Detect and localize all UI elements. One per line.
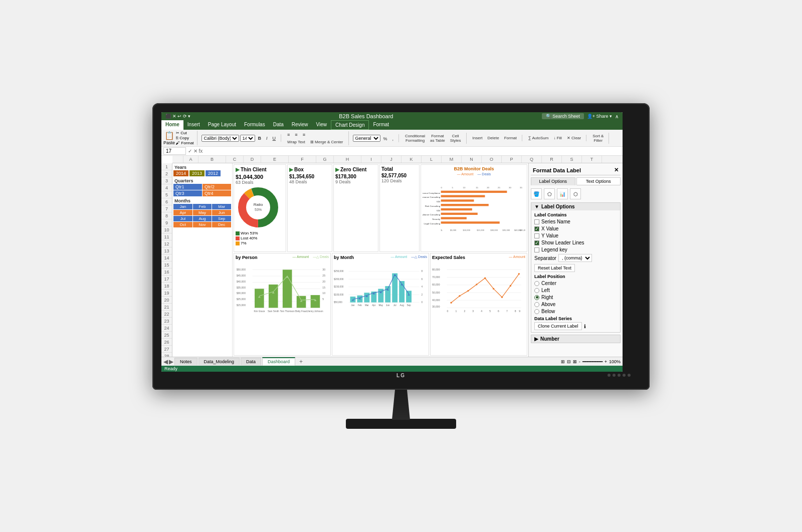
tab-format[interactable]: Format xyxy=(369,120,393,130)
position-below-radio[interactable] xyxy=(534,309,539,314)
year-2014[interactable]: 2014 xyxy=(173,170,188,176)
merge-center-btn[interactable]: ⊞ Merge & Center xyxy=(308,139,345,145)
x-value-checkbox[interactable]: ✓ xyxy=(534,226,539,231)
cell-styles-btn[interactable]: CellStyles xyxy=(448,133,463,144)
position-center-radio[interactable] xyxy=(534,281,539,286)
month-jan[interactable]: Jan xyxy=(173,204,192,209)
italic-btn[interactable]: I xyxy=(264,135,270,142)
month-mar[interactable]: Mar xyxy=(212,204,231,209)
conditional-format-btn[interactable]: ConditionalFormatting xyxy=(403,133,427,144)
month-sep[interactable]: Sep xyxy=(212,216,231,221)
autosum-btn[interactable]: ∑ AutoSum xyxy=(526,135,550,141)
insert-btn[interactable]: Insert xyxy=(471,135,485,141)
share-btn[interactable]: 👤+ Share ▾ xyxy=(587,114,612,119)
pentagon-icon[interactable]: ⬠ xyxy=(544,188,555,199)
copy-btn[interactable]: ⎘ Copy xyxy=(176,136,194,140)
qtr4[interactable]: Qtr4 xyxy=(203,190,231,196)
delete-btn[interactable]: Delete xyxy=(486,135,501,141)
position-above-radio[interactable] xyxy=(534,302,539,307)
qtr2[interactable]: Qtr/2 xyxy=(203,184,231,190)
align-left-btn[interactable]: ≡ xyxy=(285,131,292,138)
show-leader-checkbox[interactable]: ✓ xyxy=(534,240,539,245)
formula-input[interactable] xyxy=(205,148,621,154)
clear-btn[interactable]: ✕ Clear xyxy=(565,135,583,141)
sheet-tab-dashboard[interactable]: Dashboard xyxy=(262,357,295,366)
font-family-select[interactable]: Calibri (Body) xyxy=(202,135,239,142)
percent-btn[interactable]: % xyxy=(381,135,389,142)
number-format-select[interactable]: General xyxy=(353,135,380,142)
add-sheet-btn[interactable]: + xyxy=(296,358,306,366)
format-table-btn[interactable]: Formatas Table xyxy=(428,133,447,144)
monitor-btn-5[interactable] xyxy=(628,374,631,377)
next-sheet-btn[interactable]: ▶ xyxy=(169,358,173,365)
month-apr[interactable]: Apr xyxy=(173,210,192,215)
label-options-header[interactable]: ▼ Label Options xyxy=(531,203,620,210)
monitor-btn-2[interactable] xyxy=(613,374,616,377)
number-section-header[interactable]: ▶ Number xyxy=(531,335,620,343)
year-2013[interactable]: 2013 xyxy=(189,170,205,176)
sheet-tab-data-modeling[interactable]: Data_Modeling xyxy=(198,358,240,365)
month-aug[interactable]: Aug xyxy=(193,216,212,221)
tab-label-options[interactable]: Label Options xyxy=(531,177,575,185)
font-size-select[interactable]: 14 xyxy=(240,135,255,142)
view-preview-icon[interactable]: ⊠ xyxy=(573,359,577,364)
collapse-btn[interactable]: ∧ xyxy=(615,114,619,119)
name-box[interactable] xyxy=(163,147,186,155)
series-name-checkbox[interactable] xyxy=(534,219,539,224)
cut-btn[interactable]: ✂ Cut xyxy=(176,131,194,135)
col-header-select-all[interactable] xyxy=(172,156,183,163)
clone-button[interactable]: Clone Current Label xyxy=(534,322,582,330)
prev-sheet-btn[interactable]: ◀ xyxy=(163,358,168,365)
fill-btn[interactable]: ↓ Fill xyxy=(551,135,563,141)
sheet-tab-data[interactable]: Data xyxy=(241,358,261,365)
bar-chart-icon[interactable]: 📊 xyxy=(557,188,568,199)
tab-chart-design[interactable]: Chart Design xyxy=(331,120,369,130)
align-right-btn[interactable]: ≡ xyxy=(301,131,307,138)
month-nov[interactable]: Nov xyxy=(193,222,212,227)
position-left-radio[interactable] xyxy=(534,288,539,293)
format-btn[interactable]: Format xyxy=(502,135,519,141)
position-right-radio[interactable] xyxy=(534,295,539,300)
tab-text-options[interactable]: Text Options xyxy=(576,177,621,185)
y-value-checkbox[interactable] xyxy=(534,233,539,238)
tab-review[interactable]: Review xyxy=(288,120,312,130)
wrap-text-btn[interactable]: Wrap Text xyxy=(285,139,307,145)
format-painter-btn[interactable]: 🖌 Format xyxy=(176,141,194,145)
month-jun[interactable]: Jun xyxy=(212,210,231,215)
month-dec[interactable]: Dec xyxy=(212,222,231,227)
search-box[interactable]: 🔍 Search Sheet xyxy=(542,113,584,119)
zoom-slider[interactable]: ━━━━━━━━ xyxy=(582,359,603,364)
zoom-out-icon[interactable]: - xyxy=(579,359,580,364)
month-feb[interactable]: Feb xyxy=(193,204,212,209)
comma-btn[interactable]: , xyxy=(390,135,396,142)
legend-key-checkbox[interactable] xyxy=(534,247,539,252)
panel-close-icon[interactable]: ✕ xyxy=(614,167,619,173)
tab-view[interactable]: View xyxy=(312,120,331,130)
month-oct[interactable]: Oct xyxy=(173,222,192,227)
qtr1[interactable]: Qtr1 xyxy=(173,184,202,190)
size-icon[interactable]: ⬡ xyxy=(570,188,581,199)
view-page-icon[interactable]: ⊟ xyxy=(567,359,571,364)
separator-select[interactable]: , (comma) xyxy=(558,254,592,262)
paste-label[interactable]: Paste xyxy=(163,140,175,145)
tab-data[interactable]: Data xyxy=(269,120,288,130)
monitor-btn-1[interactable] xyxy=(608,374,611,377)
view-normal-icon[interactable]: ⊞ xyxy=(561,359,565,364)
tab-page-layout[interactable]: Page Layout xyxy=(204,120,240,130)
month-may[interactable]: May xyxy=(193,210,212,215)
sheet-tab-notes[interactable]: Notes xyxy=(174,358,197,365)
paint-bucket-icon[interactable]: 🪣 xyxy=(531,188,542,199)
sort-filter-btn[interactable]: Sort &Filter xyxy=(590,133,606,144)
monitor-btn-3[interactable] xyxy=(618,374,621,377)
tab-home[interactable]: Home xyxy=(161,120,183,130)
align-center-btn[interactable]: ≡ xyxy=(293,131,299,138)
bold-btn[interactable]: B xyxy=(256,135,264,142)
zoom-in-icon[interactable]: + xyxy=(605,359,607,364)
year-2012[interactable]: 2012 xyxy=(206,170,221,176)
reset-label-button[interactable]: Reset Label Text xyxy=(534,264,575,272)
month-jul[interactable]: Jul xyxy=(173,216,192,221)
tab-insert[interactable]: Insert xyxy=(183,120,204,130)
underline-btn[interactable]: U xyxy=(271,135,278,142)
tab-formulas[interactable]: Formulas xyxy=(240,120,269,130)
qtr3[interactable]: Qtr3 xyxy=(173,190,202,196)
